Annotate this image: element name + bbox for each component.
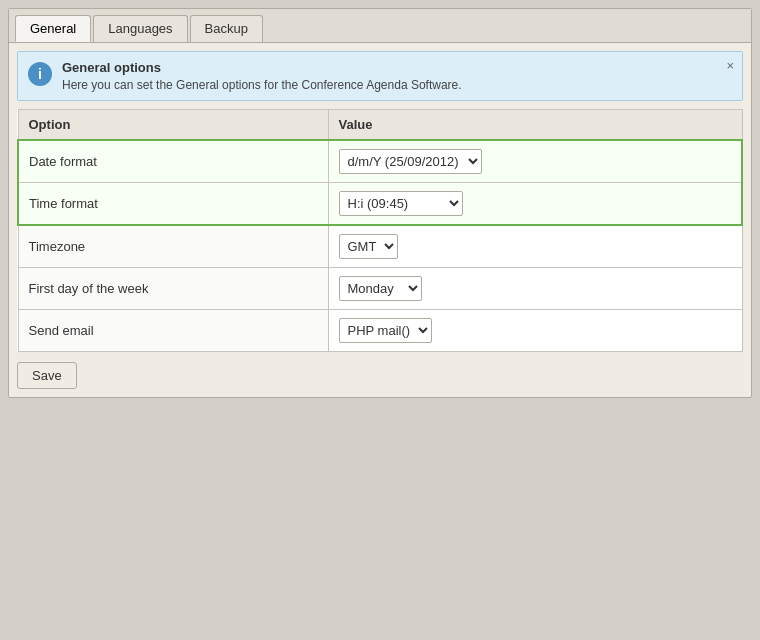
tab-bar: General Languages Backup <box>9 9 751 43</box>
option-label: Send email <box>18 310 328 352</box>
select-first-day-of-the-week[interactable]: MondaySundaySaturday <box>339 276 422 301</box>
option-value: PHP mail()SMTP <box>328 310 742 352</box>
option-value: GMTUTCESTPST <box>328 225 742 268</box>
tab-languages[interactable]: Languages <box>93 15 187 42</box>
col-value: Value <box>328 110 742 141</box>
info-banner: i General options Here you can set the G… <box>17 51 743 101</box>
info-title: General options <box>62 60 462 75</box>
table-row: TimezoneGMTUTCESTPST <box>18 225 742 268</box>
option-value: MondaySundaySaturday <box>328 268 742 310</box>
option-label: Timezone <box>18 225 328 268</box>
main-window: General Languages Backup i General optio… <box>8 8 752 398</box>
option-value: d/m/Y (25/09/2012)m/d/Y (09/25/2012)Y-m-… <box>328 140 742 183</box>
table-header-row: Option Value <box>18 110 742 141</box>
options-content: Option Value Date formatd/m/Y (25/09/201… <box>17 109 743 389</box>
table-row: Date formatd/m/Y (25/09/2012)m/d/Y (09/2… <box>18 140 742 183</box>
tab-general[interactable]: General <box>15 15 91 42</box>
table-row: Send emailPHP mail()SMTP <box>18 310 742 352</box>
select-timezone[interactable]: GMTUTCESTPST <box>339 234 398 259</box>
option-label: Time format <box>18 183 328 226</box>
close-icon[interactable]: × <box>726 58 734 73</box>
info-body: Here you can set the General options for… <box>62 78 462 92</box>
select-send-email[interactable]: PHP mail()SMTP <box>339 318 432 343</box>
info-icon: i <box>28 62 52 86</box>
table-row: First day of the weekMondaySundaySaturda… <box>18 268 742 310</box>
option-label: Date format <box>18 140 328 183</box>
info-text: General options Here you can set the Gen… <box>62 60 462 92</box>
col-option: Option <box>18 110 328 141</box>
option-value: H:i (09:45)h:i A (09:45 AM) <box>328 183 742 226</box>
select-time-format[interactable]: H:i (09:45)h:i A (09:45 AM) <box>339 191 463 216</box>
tab-backup[interactable]: Backup <box>190 15 263 42</box>
option-label: First day of the week <box>18 268 328 310</box>
select-date-format[interactable]: d/m/Y (25/09/2012)m/d/Y (09/25/2012)Y-m-… <box>339 149 482 174</box>
options-table: Option Value Date formatd/m/Y (25/09/201… <box>17 109 743 352</box>
save-button[interactable]: Save <box>17 362 77 389</box>
table-row: Time formatH:i (09:45)h:i A (09:45 AM) <box>18 183 742 226</box>
